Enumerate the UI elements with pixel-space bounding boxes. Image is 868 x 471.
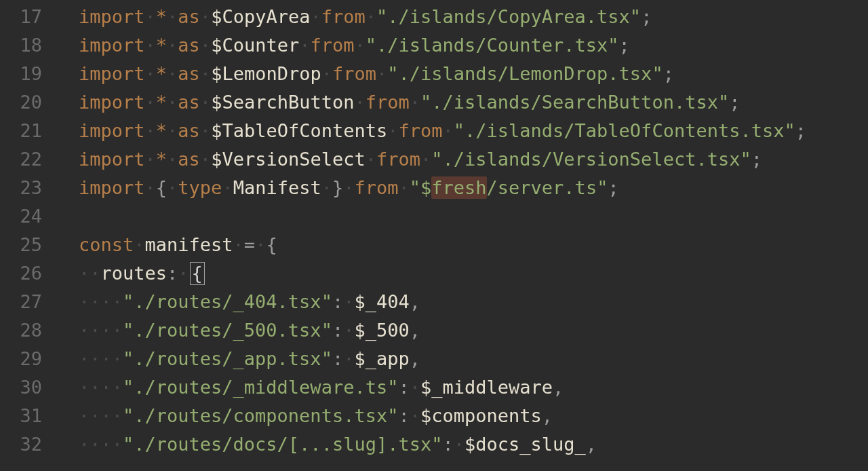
whitespace-marker: ··	[79, 348, 101, 369]
import-alias: $CopyArea	[211, 6, 310, 27]
code-line[interactable]: import·*·as·$TableOfContents·from·"./isl…	[79, 117, 868, 145]
semicolon: ;	[663, 63, 674, 84]
import-path: "./islands/Counter.tsx"	[366, 35, 619, 56]
line-number: 26	[0, 259, 42, 288]
code-line[interactable]: ····"./routes/components.tsx":·$componen…	[79, 402, 868, 430]
star-token: *	[156, 92, 167, 113]
code-line[interactable]: ····"./routes/_app.tsx":·$_app,	[79, 345, 868, 373]
const-name: manifest	[145, 234, 233, 255]
whitespace-marker: ·	[167, 120, 178, 141]
line-number: 22	[0, 145, 42, 174]
whitespace-marker: ·	[410, 377, 420, 398]
semicolon: ;	[641, 6, 652, 27]
import-path-prefix: "$	[410, 177, 432, 198]
code-line[interactable]: import·*·as·$Counter·from·"./islands/Cou…	[79, 31, 868, 60]
whitespace-marker: ·	[410, 92, 420, 113]
colon: :	[332, 320, 343, 341]
route-key: "./routes/docs/[...slug].tsx"	[123, 434, 442, 455]
keyword-from: from	[366, 92, 410, 113]
whitespace-marker: ··	[101, 405, 123, 426]
keyword-from: from	[376, 149, 420, 170]
comma: ,	[553, 377, 564, 398]
line-number: 27	[0, 288, 42, 316]
whitespace-marker: ·	[200, 149, 211, 170]
whitespace-marker: ··	[79, 405, 101, 426]
whitespace-marker: ·	[145, 6, 156, 27]
whitespace-marker: ·	[200, 6, 211, 27]
whitespace-marker: ·	[167, 92, 178, 113]
code-line[interactable]: const·manifest·=·{	[79, 231, 868, 259]
whitespace-marker: ··	[79, 377, 101, 398]
import-alias: $VersionSelect	[211, 149, 366, 170]
line-number: 25	[0, 231, 42, 259]
keyword-import: import	[79, 177, 145, 198]
code-line[interactable]: import·{·type·Manifest·}·from·"$fresh/se…	[79, 174, 868, 202]
semicolon: ;	[795, 120, 806, 141]
brace-open: {	[156, 177, 167, 198]
colon: :	[442, 434, 453, 455]
whitespace-marker: ··	[101, 320, 123, 341]
import-alias: $Counter	[211, 35, 299, 56]
whitespace-marker: ·	[145, 92, 156, 113]
code-line[interactable]: ··routes:·{	[79, 259, 868, 288]
keyword-import: import	[79, 6, 145, 27]
whitespace-marker: ··	[101, 434, 123, 455]
route-value: $_app	[354, 348, 409, 369]
semicolon: ;	[751, 149, 762, 170]
comma: ,	[410, 291, 420, 312]
import-path: "./islands/LemonDrop.tsx"	[387, 63, 663, 84]
line-number: 30	[0, 373, 42, 402]
keyword-as: as	[178, 6, 200, 27]
whitespace-marker: ·	[343, 177, 354, 198]
route-value: $components	[420, 405, 542, 426]
cursor: {	[190, 262, 205, 285]
code-line[interactable]: import·*·as·$LemonDrop·from·"./islands/L…	[79, 60, 868, 88]
semicolon: ;	[729, 92, 740, 113]
whitespace-marker: ·	[343, 320, 354, 341]
whitespace-marker: ··	[101, 377, 123, 398]
colon: :	[332, 291, 343, 312]
code-line[interactable]: ····"./routes/_404.tsx":·$_404,	[79, 288, 868, 316]
star-token: *	[156, 120, 167, 141]
whitespace-marker: ·	[145, 35, 156, 56]
type-name: Manifest	[233, 177, 321, 198]
whitespace-marker: ·	[145, 149, 156, 170]
whitespace-marker: ·	[255, 234, 266, 255]
whitespace-marker: ·	[167, 149, 178, 170]
line-number: 23	[0, 174, 42, 202]
line-number: 18	[0, 31, 42, 60]
whitespace-marker: ·	[443, 120, 454, 141]
star-token: *	[156, 149, 167, 170]
code-line[interactable]: import·*·as·$CopyArea·from·"./islands/Co…	[79, 3, 868, 31]
whitespace-marker: ··	[79, 434, 101, 455]
keyword-import: import	[79, 63, 145, 84]
code-editor[interactable]: 17181920212223242526272829303132 import·…	[0, 0, 868, 471]
brace-open: {	[266, 234, 277, 255]
prop-key: routes	[101, 263, 167, 284]
code-line[interactable]: import·*·as·$SearchButton·from·"./island…	[79, 88, 868, 117]
whitespace-marker: ·	[399, 177, 410, 198]
star-token: *	[156, 63, 167, 84]
line-number: 32	[0, 430, 42, 459]
whitespace-marker: ·	[167, 6, 178, 27]
comma: ,	[586, 434, 597, 455]
code-line[interactable]: ····"./routes/_500.tsx":·$_500,	[79, 316, 868, 345]
line-number: 21	[0, 117, 42, 145]
whitespace-marker: ··	[79, 291, 101, 312]
code-line[interactable]: ····"./routes/docs/[...slug].tsx":·$docs…	[79, 430, 868, 459]
route-key: "./routes/_500.tsx"	[123, 320, 332, 341]
whitespace-marker: ·	[200, 92, 211, 113]
code-content[interactable]: import·*·as·$CopyArea·from·"./islands/Co…	[54, 0, 868, 471]
line-number: 24	[0, 202, 42, 231]
code-line[interactable]	[79, 202, 868, 231]
keyword-from: from	[321, 6, 366, 27]
whitespace-marker: ·	[366, 6, 376, 27]
equals: =	[244, 234, 255, 255]
keyword-import: import	[79, 120, 145, 141]
import-alias: $LemonDrop	[211, 63, 321, 84]
code-line[interactable]: ····"./routes/_middleware.ts":·$_middlew…	[79, 373, 868, 402]
whitespace-marker: ·	[233, 234, 244, 255]
whitespace-marker: ·	[222, 177, 233, 198]
code-line[interactable]: import·*·as·$VersionSelect·from·"./islan…	[79, 145, 868, 174]
colon: :	[398, 377, 409, 398]
